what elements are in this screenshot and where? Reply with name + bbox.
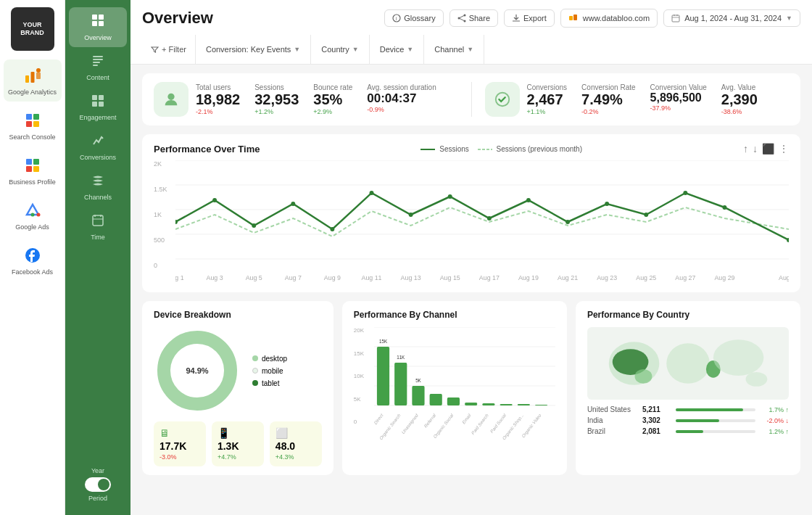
india-bar (676, 419, 720, 422)
domain-icon (568, 13, 579, 23)
svg-point-60 (370, 191, 374, 195)
desktop-stat-icon: 🖥 (160, 427, 200, 439)
desktop-color (252, 355, 258, 361)
svg-text:15K: 15K (379, 338, 387, 345)
svg-text:Aug 9: Aug 9 (324, 274, 341, 281)
country-card: Performance By Country (576, 301, 800, 475)
chart-up-btn[interactable]: ↑ (743, 143, 748, 154)
glossary-button[interactable]: i Glossary (384, 9, 443, 27)
sidebar-item-sc-label: Search Console (9, 133, 55, 141)
country-title: Performance By Country (587, 310, 789, 320)
sidebar-item-search-console[interactable]: Search Console (4, 104, 62, 147)
svg-point-59 (330, 227, 334, 231)
filter-button[interactable]: + Filter (142, 35, 196, 64)
country-row-brazil: Brazil 2,081 1.2% ↑ (587, 427, 789, 435)
bottom-row: Device Breakdown 94.9% (142, 301, 800, 475)
filter-icon (151, 46, 159, 54)
svg-rect-100 (394, 363, 407, 405)
device-stats: 🖥 17.7K -3.0% 📱 1.3K +4.7% ⬜ 48.0 +4.3% (154, 421, 322, 466)
conversion-chevron-icon: ▼ (294, 46, 300, 53)
desktop-stat: 🖥 17.7K -3.0% (154, 421, 206, 466)
total-users-metric: Total users 18,982 -2.1% (196, 83, 240, 115)
svg-point-66 (605, 202, 609, 206)
svg-point-64 (526, 198, 531, 202)
country-row-us: United States 5,211 1.7% ↑ (587, 405, 789, 413)
conversion-filter[interactable]: Conversion: Key Events ▼ (196, 35, 311, 64)
channel-card: Performance By Channel 20K 15K 10K 5K 0 (342, 301, 567, 475)
nav-sidebar: Overview Content Engagement (65, 0, 130, 515)
svg-text:Aug 15: Aug 15 (440, 274, 460, 281)
svg-point-125 (713, 339, 764, 376)
svg-rect-21 (93, 59, 103, 60)
time-icon (91, 214, 104, 231)
chart-export-btn[interactable]: ⬛ (762, 143, 774, 154)
svg-rect-0 (25, 75, 29, 83)
svg-text:5K: 5K (415, 377, 421, 384)
svg-point-68 (683, 191, 687, 195)
svg-point-46 (167, 94, 174, 100)
sidebar-item-bp-label: Business Profile (9, 178, 56, 186)
mobile-color (252, 368, 258, 374)
filter-bar: + Filter Conversion: Key Events ▼ Countr… (142, 35, 800, 64)
sidebar-item-business-profile[interactable]: Business Profile (4, 149, 62, 191)
svg-point-61 (409, 213, 413, 217)
svg-rect-40 (569, 16, 573, 20)
svg-text:Aug 19: Aug 19 (518, 274, 539, 281)
device-breakdown-card: Device Breakdown 94.9% (142, 301, 334, 475)
svg-point-2 (36, 68, 41, 73)
nav-overview-label: Overview (84, 34, 112, 41)
nav-item-channels[interactable]: Channels (69, 168, 127, 207)
date-range-picker[interactable]: Aug 1, 2024 - Aug 31, 2024 ▼ (663, 9, 800, 27)
sidebar-item-facebook-ads[interactable]: Facebook Ads (4, 239, 62, 281)
share-button[interactable]: Share (450, 9, 498, 27)
svg-rect-27 (99, 102, 104, 107)
perf-over-time-section: Performance Over Time Sessions Sessions … (142, 134, 800, 292)
svg-point-123 (666, 343, 710, 384)
svg-text:Referral: Referral (423, 412, 436, 429)
svg-point-56 (212, 198, 217, 202)
chart-more-btn[interactable]: ⋮ (779, 143, 789, 154)
svg-text:Aug 25: Aug 25 (636, 274, 656, 281)
channel-filter[interactable]: Channel ▼ (424, 35, 484, 64)
nav-item-time[interactable]: Time (69, 208, 127, 247)
svg-rect-41 (573, 15, 577, 20)
prev-sessions-legend-item: Sessions (previous month) (478, 145, 582, 153)
country-filter[interactable]: Country ▼ (311, 35, 369, 64)
svg-text:Aug 7: Aug 7 (285, 274, 302, 281)
svg-rect-25 (99, 95, 104, 100)
svg-text:Aug 23: Aug 23 (597, 274, 617, 281)
nav-item-conversions[interactable]: Conversions (69, 128, 127, 167)
svg-rect-5 (33, 114, 39, 120)
nav-time-label: Time (91, 234, 105, 241)
nav-item-engagement[interactable]: Engagement (69, 88, 127, 127)
avg-value-metric: Avg. Value 2,390 -38.6% (721, 83, 758, 115)
svg-text:Unassigned: Unassigned (401, 412, 420, 436)
search-console-icon (22, 110, 43, 131)
export-button[interactable]: Export (504, 9, 555, 27)
device-filter[interactable]: Device ▼ (370, 35, 425, 64)
conversions-icon-bg (485, 82, 520, 117)
svg-rect-7 (33, 121, 39, 127)
svg-point-57 (252, 223, 256, 228)
conversion-rate-metric: Conversion Rate 7.49% -0.2% (581, 83, 635, 115)
period-label: Period (88, 495, 107, 502)
date-chevron-icon: ▼ (786, 15, 792, 22)
page-title: Overview (142, 9, 213, 28)
sidebar-item-google-analytics[interactable]: Google Analytics (4, 59, 62, 102)
svg-text:Aug 31: Aug 31 (779, 274, 789, 281)
chart-down-btn[interactable]: ↓ (753, 143, 758, 154)
sidebar-item-google-ads[interactable]: Google Ads (4, 194, 62, 236)
header-actions: i Glossary Share Export www.databloo (384, 9, 800, 28)
perf-chart-container: 2K 1.5K 1K 500 0 (154, 160, 789, 284)
period-toggle[interactable] (85, 477, 111, 492)
channel-chevron-icon: ▼ (467, 46, 473, 53)
svg-text:94.9%: 94.9% (186, 366, 208, 375)
svg-line-38 (459, 15, 465, 18)
svg-point-126 (634, 369, 652, 384)
nav-item-overview[interactable]: Overview (69, 7, 127, 47)
conversion-value-metric: Conversion Value 5,896,500 -37.9% (650, 83, 707, 115)
nav-item-content[interactable]: Content (69, 49, 127, 87)
content-area: Total users 18,982 -2.1% Sessions 32,953… (130, 65, 812, 515)
export-icon (512, 14, 521, 22)
channel-bar-chart: 15K 11K 5K (374, 327, 555, 440)
